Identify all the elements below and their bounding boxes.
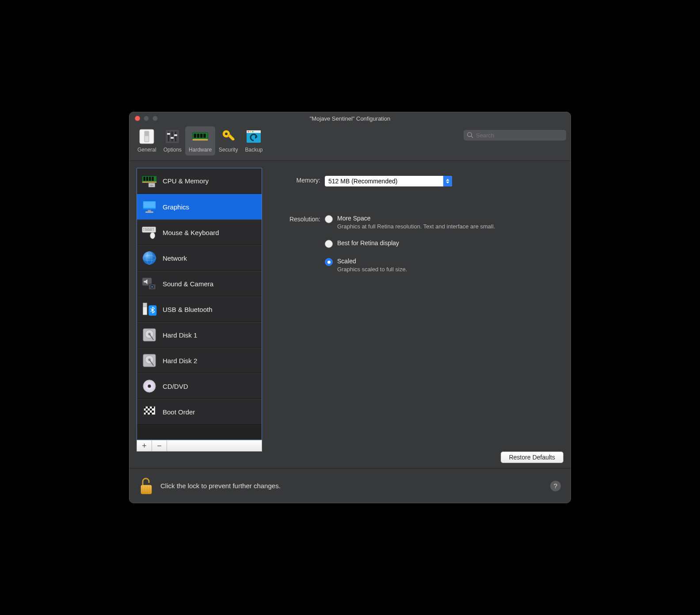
search-wrap (464, 130, 566, 140)
svg-rect-11 (194, 134, 196, 138)
svg-point-23 (250, 131, 251, 133)
svg-rect-43 (148, 228, 149, 229)
svg-point-24 (252, 131, 254, 133)
settings-panel: Memory: 512 MB (Recommended) Resolution: (262, 168, 563, 452)
svg-rect-7 (167, 133, 170, 135)
svg-rect-59 (143, 307, 147, 315)
svg-rect-8 (171, 137, 174, 139)
keyboard-mouse-icon (141, 224, 157, 240)
sidebar-item-label: Boot Order (163, 408, 195, 416)
help-button[interactable]: ? (550, 481, 561, 491)
monitor-icon (141, 199, 157, 215)
svg-rect-32 (142, 181, 156, 182)
hard-disk-icon (141, 327, 157, 343)
radio-text: More Space Graphics at full Retina resol… (337, 215, 495, 230)
svg-rect-38 (145, 212, 153, 213)
hard-disk-icon (141, 353, 157, 368)
svg-rect-6 (175, 132, 176, 141)
svg-rect-15 (193, 139, 208, 140)
radio-icon (325, 258, 333, 266)
svg-rect-48 (145, 230, 152, 231)
toolbar-label: Backup (245, 147, 262, 153)
close-icon[interactable] (135, 116, 140, 121)
traffic-lights (129, 116, 158, 121)
footer: Click the lock to prevent further change… (129, 468, 571, 503)
svg-rect-86 (148, 485, 148, 494)
svg-rect-87 (149, 485, 150, 494)
toolbar-item-options[interactable]: Options (160, 126, 185, 156)
sidebar-footer-spacer (167, 440, 262, 451)
lock-open-icon[interactable] (139, 477, 153, 495)
sidebar-item-network[interactable]: Network (137, 245, 262, 271)
config-window: "Mojave Sentinel" Configuration General … (129, 112, 571, 503)
radio-best-retina[interactable]: Best for Retina display (325, 239, 495, 248)
toolbar: General Options Hardware Security Backup (129, 125, 571, 161)
add-button[interactable]: + (137, 440, 152, 451)
sidebar-item-cd-dvd[interactable]: CD/DVD (137, 373, 262, 399)
sidebar-item-boot-order[interactable]: Boot Order (137, 399, 262, 425)
search-input[interactable] (464, 130, 566, 140)
svg-rect-83 (142, 485, 143, 494)
svg-rect-40 (144, 228, 145, 229)
memory-label: Memory: (277, 176, 325, 184)
backup-icon (245, 128, 262, 145)
zoom-icon[interactable] (152, 116, 158, 121)
svg-rect-73 (146, 409, 148, 411)
radio-desc: Graphics scaled to full size. (337, 266, 407, 273)
svg-point-17 (225, 133, 228, 135)
usb-bluetooth-icon (141, 301, 157, 317)
toolbar-item-backup[interactable]: Backup (241, 126, 266, 156)
memory-select[interactable]: 512 MB (Recommended) (325, 176, 452, 186)
sidebar-item-usb-bluetooth[interactable]: USB & Bluetooth (137, 296, 262, 322)
radio-scaled[interactable]: Scaled Graphics scaled to full size. (325, 258, 495, 273)
restore-defaults-button[interactable]: Restore Defaults (501, 452, 563, 463)
sidebar-item-cpu-memory[interactable]: cpu CPU & Memory (137, 168, 262, 194)
svg-rect-13 (200, 134, 202, 138)
toolbar-item-general[interactable]: General (134, 126, 160, 156)
svg-rect-49 (153, 230, 154, 231)
svg-rect-28 (144, 177, 146, 181)
sidebar-footer: + − (137, 440, 262, 452)
content-row: cpu CPU & Memory Graphics (129, 161, 571, 452)
remove-button[interactable]: − (152, 440, 167, 451)
sidebar-item-label: CD/DVD (163, 383, 188, 390)
svg-rect-44 (150, 228, 151, 229)
radio-text: Scaled Graphics scaled to full size. (337, 258, 407, 273)
memory-value: 512 MB (Recommended) (328, 178, 397, 185)
disc-icon (141, 378, 157, 394)
sidebar-item-mouse-keyboard[interactable]: Mouse & Keyboard (137, 220, 262, 245)
svg-rect-37 (148, 210, 151, 212)
toolbar-label: General (137, 147, 156, 153)
minimize-icon[interactable] (144, 116, 149, 121)
svg-rect-42 (147, 228, 148, 229)
radio-more-space[interactable]: More Space Graphics at full Retina resol… (325, 215, 495, 230)
sidebar-item-graphics[interactable]: Graphics (137, 194, 262, 220)
ram-icon (192, 128, 209, 145)
toolbar-item-security[interactable]: Security (215, 126, 241, 156)
sidebar-item-hard-disk-1[interactable]: Hard Disk 1 (137, 322, 262, 348)
svg-rect-2 (145, 132, 148, 136)
toolbar-label: Security (219, 147, 238, 153)
toolbar-label: Hardware (189, 147, 212, 153)
toolbar-item-hardware[interactable]: Hardware (185, 126, 215, 156)
svg-point-68 (148, 384, 151, 388)
svg-rect-79 (150, 413, 152, 415)
sidebar-item-label: Sound & Camera (163, 280, 213, 288)
svg-rect-72 (152, 406, 154, 409)
svg-rect-14 (203, 134, 205, 138)
svg-rect-76 (148, 410, 150, 413)
radio-desc: Graphics at full Retina resolution. Text… (337, 223, 495, 230)
sidebar-item-label: Hard Disk 2 (163, 357, 197, 364)
switch-icon (138, 128, 155, 145)
svg-point-50 (150, 232, 155, 239)
radio-icon (325, 240, 333, 248)
svg-rect-36 (144, 201, 156, 208)
sidebar-item-label: Network (163, 254, 187, 262)
sidebar-item-sound-camera[interactable]: Sound & Camera (137, 271, 262, 296)
svg-rect-47 (144, 230, 145, 231)
svg-rect-71 (148, 406, 150, 409)
svg-rect-9 (174, 134, 177, 136)
sidebar-item-label: Hard Disk 1 (163, 331, 197, 339)
sidebar-item-hard-disk-2[interactable]: Hard Disk 2 (137, 348, 262, 373)
sidebar-item-label: CPU & Memory (163, 177, 209, 185)
